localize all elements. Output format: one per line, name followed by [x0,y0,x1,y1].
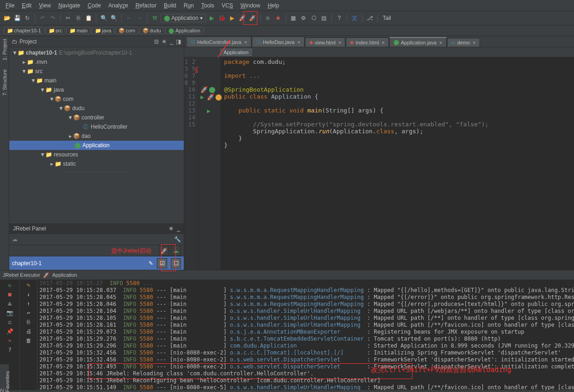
save-icon[interactable]: 💾 [13,14,21,22]
back-icon[interactable]: ← [125,14,133,22]
print-icon[interactable]: 🖨 [26,328,31,335]
jrebel-hide-icon[interactable]: ⎯ [177,225,180,232]
tab-structure[interactable]: 7: Structure [2,69,7,96]
tree-src[interactable]: src [35,68,43,75]
collapse-icon[interactable]: ⊟ [154,38,159,45]
paste-icon[interactable]: 📋 [84,14,93,22]
scroll-icon[interactable]: ⎘ [27,319,30,325]
crumb-main[interactable]: 📁main [66,27,91,34]
project-tree[interactable]: ▼📁chapter10-1E:\springBootPro\chapter10-… [9,47,184,224]
menu-analyze[interactable]: Analyze [105,1,132,10]
crumb-project[interactable]: 📁chapter10-1 [4,27,44,34]
close-icon[interactable]: × [439,40,442,45]
tree-hellocontroller[interactable]: HelloController [91,124,127,130]
tree-mvn[interactable]: .mvn [35,59,47,65]
jrebel-gear-icon[interactable]: ⛯ [168,225,174,232]
rerun-icon[interactable]: ↻ [8,282,11,288]
run-icon[interactable]: ▶ [208,14,216,22]
up-icon[interactable]: ↑ [27,300,30,307]
replace-icon[interactable]: 🔍 [110,14,118,22]
layout-icon[interactable]: ⎌ [8,319,12,325]
menu-edit[interactable]: Edit [18,1,35,10]
code-editor[interactable]: 启动 1 2 3 5 6 7 8 9 10 11 12 13 14 15 🚀⬤ … [184,57,574,270]
menu-run[interactable]: Run [180,1,198,10]
help-console-icon[interactable]: ? [8,347,11,353]
exit-icon[interactable]: ⏏ [8,300,11,307]
menu-refactor[interactable]: Refactor [132,1,160,10]
console-output[interactable]: 2017-05-29 10:15:27 INFO 5580 ...2017-05… [37,280,574,390]
jrebel-checkbox-cloud[interactable]: ☐ [171,258,181,268]
menu-window[interactable]: Window [237,1,264,10]
redo-icon[interactable]: ↷ [49,14,57,22]
tab-favorites[interactable]: 2: Favorites [0,367,10,392]
edit-console-icon[interactable]: ✎ [27,282,30,288]
menu-build[interactable]: Build [160,1,180,10]
crumb-src[interactable]: 📁src [45,27,66,34]
close-icon[interactable]: × [338,40,341,45]
tab-indexhtml[interactable]: ◆index.html× [346,37,389,47]
tree-dudu[interactable]: dudu [72,105,85,112]
tree-dao[interactable]: dao [81,133,91,139]
debug-icon[interactable]: 🐞 [218,14,226,22]
pin-icon[interactable]: 📌 [6,328,13,335]
edit-icon[interactable]: ✎ [149,260,153,267]
crumb-application[interactable]: ⬤Application [165,27,204,34]
menu-code[interactable]: Code [84,1,105,10]
build-icon[interactable]: ⚒ [150,14,159,22]
tab-project[interactable]: 1: Project [2,39,7,60]
jrebel-cloud-icon[interactable]: ☁ [12,236,18,243]
tab-hellodao[interactable]: ⒾHelloDao.java× [252,37,305,47]
menu-view[interactable]: View [35,1,55,10]
tool3-icon[interactable]: ⎔ [310,14,318,22]
tree-com[interactable]: com [63,96,74,102]
tool2-icon[interactable]: ⚙ [299,14,308,22]
tree-resources[interactable]: resources [54,151,78,158]
open-icon[interactable]: 📂 [3,14,11,22]
wrap-icon[interactable]: ↩ [27,310,30,316]
menu-navigate[interactable]: Navigate [55,1,84,10]
close-icon[interactable]: × [244,39,247,45]
crumb-com[interactable]: 📦com [115,27,138,34]
help-icon[interactable]: ? [335,14,343,22]
close-console-icon[interactable]: × [8,337,11,344]
jrebel-project-row[interactable]: chapter10-1 ✎ ☑ ☐ [9,256,184,270]
tree-java[interactable]: java [54,87,64,93]
jrebel-wrench-icon[interactable]: 🔧 [174,236,181,243]
sync-icon[interactable]: ↻ [23,14,31,22]
gear-icon[interactable]: ⛯ [162,38,167,45]
translate-icon[interactable]: 文 [350,14,359,22]
menu-help[interactable]: Help [264,1,283,10]
crumb-java[interactable]: 📁java [92,27,114,34]
cut-icon[interactable]: ✂ [64,14,72,22]
close-icon[interactable]: × [297,39,300,45]
attach-icon[interactable]: ⎋ [264,14,272,22]
menu-file[interactable]: File [2,1,18,10]
menu-vcs[interactable]: VCS [218,1,237,10]
tree-root[interactable]: chapter10-1 [26,50,57,56]
menu-tools[interactable]: Tools [198,1,218,10]
stop-console-icon[interactable]: ■ [8,291,11,298]
hide-icon[interactable]: ⎯ [170,38,173,45]
undo-icon[interactable]: ↶ [38,14,47,22]
tree-main[interactable]: main [44,77,56,84]
git-icon[interactable]: ⎇ [366,14,374,22]
tab-application[interactable]: ⬤Application.java× [389,37,447,47]
coverage-icon[interactable]: ▶ [228,14,237,22]
close-icon[interactable]: × [473,40,475,45]
crumb-dudu[interactable]: 📦dudu [139,27,164,34]
forward-icon[interactable]: → [135,14,144,22]
tree-application[interactable]: Application [82,142,110,149]
tab-viewhtml[interactable]: ◆view.html× [305,37,346,47]
clear-icon[interactable]: 🗑 [26,337,31,344]
tree-controller[interactable]: controller [81,114,104,121]
run-configuration[interactable]: ⬤Application▾ [161,14,206,22]
tool4-icon[interactable]: ▤ [320,14,328,22]
expand-icon[interactable]: ◨ [176,38,181,45]
tool1-icon[interactable]: ▦ [289,14,298,22]
dump-icon[interactable]: 📷 [6,310,13,316]
jrebel-run-icon[interactable]: 🚀 [238,14,247,22]
tab-demo[interactable]: mdemo× [447,38,480,47]
jrebel-debug-icon[interactable]: 🚀 [249,14,257,22]
tree-static[interactable]: static [63,161,76,167]
jrebel-checkbox-run[interactable]: ☑ [157,258,167,268]
